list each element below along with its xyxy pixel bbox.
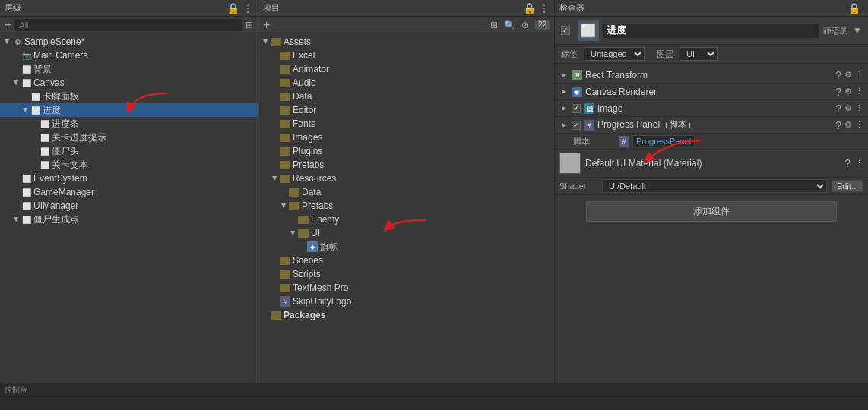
tree-item-fonts[interactable]: ▶ Fonts: [258, 117, 554, 131]
shader-row: Shader UI/Default Edit...: [555, 178, 868, 195]
tag-select[interactable]: Untagged: [584, 47, 645, 61]
static-dropdown-icon[interactable]: ▼: [853, 25, 862, 36]
tree-item-scripts[interactable]: ▶ Scripts: [258, 267, 554, 281]
tree-item-zombiehead[interactable]: ▶ ⬜ 僵尸头: [0, 144, 258, 158]
tree-item-excel[interactable]: ▶ Excel: [258, 49, 554, 62]
tree-item-flag[interactable]: ▶ ◆ 旗帜: [258, 240, 554, 254]
component-canvas-renderer[interactable]: ▶ ◉ Canvas Renderer ? ⚙ ⋮: [555, 84, 868, 100]
project-toolbar: + ⊞ 🔍 ⊘ 22: [258, 17, 554, 33]
tree-label-zombiehead: 僵尸头: [52, 145, 79, 158]
tree-label-background: 背景: [33, 63, 52, 76]
layer-select[interactable]: UI: [680, 47, 718, 61]
tree-label-textmesh: TextMesh Pro: [293, 282, 348, 293]
canvas-help-icon[interactable]: ?: [835, 86, 841, 98]
object-name-input[interactable]: [603, 24, 819, 38]
shader-select[interactable]: UI/Default: [602, 179, 827, 193]
tree-item-resources[interactable]: ▶ Resources: [258, 172, 554, 185]
canvas-settings-icon[interactable]: ⚙: [844, 87, 852, 96]
tree-item-samplescene[interactable]: ▶ ⚙ SampleScene*: [0, 35, 258, 49]
rect-help-icon[interactable]: ?: [835, 69, 841, 81]
image-collapse-toggle[interactable]: ▶: [559, 104, 569, 113]
tree-item-packages[interactable]: ▶ Packages: [258, 308, 554, 322]
add-component-button[interactable]: 添加组件: [586, 201, 837, 222]
progress-settings-icon[interactable]: ⚙: [844, 120, 852, 130]
tree-item-data[interactable]: ▶ Data: [258, 90, 554, 103]
tree-item-audio[interactable]: ▶ Audio: [258, 76, 554, 90]
tree-item-editor[interactable]: ▶ Editor: [258, 103, 554, 117]
tree-item-res-prefabs[interactable]: ▶ Prefabs: [258, 199, 554, 213]
image-checkbox[interactable]: ✓: [572, 104, 581, 113]
tree-item-maincamera[interactable]: ▶ 📷 Main Camera: [0, 49, 258, 62]
layer-label: 图层: [657, 49, 673, 60]
tree-label-resources: Resources: [293, 173, 336, 184]
component-image[interactable]: ▶ ✓ 🖼 Image ? ⚙ ⋮: [555, 100, 868, 117]
gameobj-icon-progressbar: ⬜: [40, 118, 50, 129]
hierarchy-panel: + ⊞ ▶ ⚙ SampleScene* ▶ 📷 Main C: [0, 17, 258, 396]
tree-item-assets[interactable]: ▶ Assets: [258, 35, 554, 49]
image-more-icon[interactable]: ⋮: [855, 103, 863, 113]
tree-item-progressbar[interactable]: ▶ ⬜ 进度条: [0, 117, 258, 131]
image-component-icon: 🖼: [584, 103, 594, 114]
canvas-more-icon[interactable]: ⋮: [855, 87, 863, 96]
tree-item-progress[interactable]: ▶ ⬜ 进度: [0, 103, 258, 117]
tree-item-ui-folder[interactable]: ▶ UI: [258, 226, 554, 240]
canvas-collapse-toggle[interactable]: ▶: [559, 87, 569, 96]
tree-item-canvas[interactable]: ▶ ⬜ Canvas: [0, 76, 258, 90]
project-add-icon[interactable]: +: [263, 18, 270, 32]
gameobj-icon-eventsystem: ⬜: [21, 173, 32, 184]
project-filter-icon[interactable]: ⊘: [521, 20, 529, 30]
rect-settings-icon[interactable]: ⚙: [844, 70, 852, 80]
project-search2-icon[interactable]: 🔍: [504, 20, 515, 30]
tree-item-images[interactable]: ▶ Images: [258, 131, 554, 144]
tree-item-textmesh[interactable]: ▶ TextMesh Pro: [258, 281, 554, 295]
tree-item-eventsystem[interactable]: ▶ ⬜ EventSystem: [0, 172, 258, 185]
rect-more-icon[interactable]: ⋮: [855, 70, 863, 80]
tree-item-prefabs[interactable]: ▶ Prefabs: [258, 158, 554, 172]
hierarchy-more-icon[interactable]: ⋮: [242, 2, 253, 14]
tree-item-background[interactable]: ▶ ⬜ 背景: [0, 62, 258, 76]
tree-item-closecardprompt[interactable]: ▶ ⬜ 关卡进度提示: [0, 131, 258, 144]
image-help-icon[interactable]: ?: [835, 102, 841, 115]
gameobj-icon-progress: ⬜: [30, 105, 41, 115]
hierarchy-search-input[interactable]: [14, 19, 242, 31]
gameobj-icon-bg: ⬜: [21, 64, 32, 74]
progress-help-icon[interactable]: ?: [835, 119, 841, 131]
tree-item-animator[interactable]: ▶ Animator: [258, 62, 554, 76]
material-help-icon[interactable]: ?: [844, 157, 851, 169]
tree-item-closetext[interactable]: ▶ ⬜ 关卡文本: [0, 158, 258, 172]
progress-collapse-toggle[interactable]: ▶: [559, 121, 569, 130]
tree-item-cardpanel[interactable]: ▶ ⬜ 卡牌面板: [0, 90, 258, 103]
gameobj-icon-prompt: ⬜: [40, 132, 50, 143]
progress-checkbox[interactable]: ✓: [572, 121, 581, 130]
object-active-checkbox[interactable]: ✓: [561, 26, 570, 35]
project-panel-header: 项目 🔒 ⋮: [258, 0, 555, 16]
project-lock-icon[interactable]: 🔒: [523, 2, 536, 14]
project-more-icon[interactable]: ⋮: [539, 2, 550, 14]
component-rect-transform[interactable]: ▶ ⊞ Rect Transform ? ⚙ ⋮: [555, 67, 868, 84]
tree-item-skipunity[interactable]: ▶ # SkipUnityLogo: [258, 295, 554, 308]
folder-icon-editor: [280, 106, 290, 115]
folder-icon-scripts: [280, 270, 290, 279]
tree-label-res-data: Data: [302, 187, 321, 197]
inspector-lock-icon[interactable]: 🔒: [847, 2, 860, 14]
tree-item-uimanager[interactable]: ▶ ⬜ UIManager: [0, 199, 258, 213]
tree-item-res-data[interactable]: ▶ Data: [258, 185, 554, 199]
hierarchy-lock-icon[interactable]: 🔒: [227, 2, 239, 14]
image-settings-icon[interactable]: ⚙: [844, 103, 852, 113]
tree-label-prefabs: Prefabs: [293, 159, 324, 170]
material-more-icon[interactable]: ⋮: [855, 159, 863, 169]
tree-item-zombiespawn[interactable]: ▶ ⬜ 僵尸生成点: [0, 213, 258, 226]
component-progress-panel[interactable]: ▶ ✓ # Progress Panel（脚本） ? ⚙ ⋮: [555, 117, 868, 134]
rect-transform-icon: ⊞: [572, 70, 582, 80]
tree-label-closetext: 关卡文本: [52, 159, 88, 172]
rect-collapse-toggle[interactable]: ▶: [559, 71, 569, 80]
shader-edit-button[interactable]: Edit...: [832, 180, 863, 192]
tree-item-enemy[interactable]: ▶ Enemy: [258, 213, 554, 226]
project-layout-icon[interactable]: ⊞: [490, 20, 498, 30]
hierarchy-add-icon[interactable]: +: [5, 18, 11, 32]
tree-item-plugins[interactable]: ▶ Plugins: [258, 144, 554, 158]
tree-item-gamemanager[interactable]: ▶ ⬜ GameManager: [0, 185, 258, 199]
progress-more-icon[interactable]: ⋮: [855, 120, 863, 130]
tree-item-scenes[interactable]: ▶ Scenes: [258, 254, 554, 267]
hierarchy-filter-icon[interactable]: ⊞: [246, 20, 253, 30]
